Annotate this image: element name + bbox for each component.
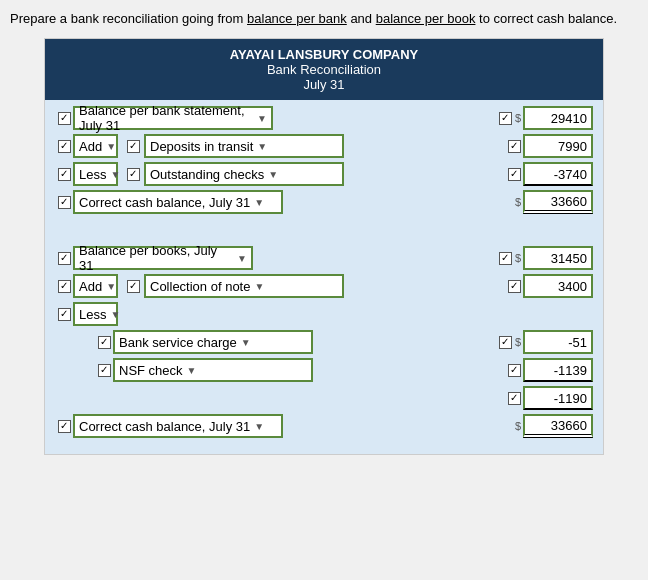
book-correct-value: 33660 bbox=[523, 414, 593, 438]
deposits-dropdown[interactable]: Deposits in transit ▼ bbox=[144, 134, 344, 158]
collection-row: Add ▼ Collection of note ▼ 3400 bbox=[55, 274, 593, 298]
outstanding-dropdown[interactable]: Outstanding checks ▼ bbox=[144, 162, 344, 186]
bank-balance-value-checkbox[interactable] bbox=[499, 112, 512, 125]
book-balance-dropdown[interactable]: Balance per books, July 31 ▼ bbox=[73, 246, 253, 270]
chevron-down-icon: ▼ bbox=[106, 281, 116, 292]
nsf-dropdown[interactable]: NSF check ▼ bbox=[113, 358, 313, 382]
nsf-row: NSF check ▼ -1139 bbox=[95, 358, 593, 382]
less-book-row: Less ▼ bbox=[55, 302, 593, 326]
deposits-value: 7990 bbox=[523, 134, 593, 158]
bank-balance-row: Balance per bank statement, July 31 ▼ $ … bbox=[55, 106, 593, 130]
collection-checkbox1[interactable] bbox=[58, 280, 71, 293]
bank-charge-value: -51 bbox=[523, 330, 593, 354]
recon-header: AYAYAI LANSBURY COMPANY Bank Reconciliat… bbox=[45, 39, 603, 100]
bank-correct-checkbox[interactable] bbox=[58, 196, 71, 209]
book-balance-checkbox[interactable] bbox=[58, 252, 71, 265]
outstanding-row: Less ▼ Outstanding checks ▼ -3740 bbox=[55, 162, 593, 186]
nsf-value-checkbox[interactable] bbox=[508, 364, 521, 377]
bank-balance-dropdown[interactable]: Balance per bank statement, July 31 ▼ bbox=[73, 106, 273, 130]
subtotal-row: -1190 bbox=[55, 386, 593, 410]
collection-value-checkbox[interactable] bbox=[508, 280, 521, 293]
chevron-down-icon: ▼ bbox=[110, 309, 120, 320]
book-correct-dropdown[interactable]: Correct cash balance, July 31 ▼ bbox=[73, 414, 283, 438]
book-balance-value-checkbox1[interactable] bbox=[499, 252, 512, 265]
deposits-row: Add ▼ Deposits in transit ▼ 7990 bbox=[55, 134, 593, 158]
chevron-down-icon: ▼ bbox=[268, 169, 278, 180]
nsf-checkbox1[interactable] bbox=[98, 364, 111, 377]
company-name: AYAYAI LANSBURY COMPANY bbox=[49, 47, 599, 62]
bank-balance-checkbox[interactable] bbox=[58, 112, 71, 125]
collection-checkbox2[interactable] bbox=[127, 280, 140, 293]
book-less-dropdown[interactable]: Less ▼ bbox=[73, 302, 118, 326]
chevron-down-icon: ▼ bbox=[254, 281, 264, 292]
outstanding-checkbox2[interactable] bbox=[127, 168, 140, 181]
outstanding-value: -3740 bbox=[523, 162, 593, 186]
collection-value: 3400 bbox=[523, 274, 593, 298]
chevron-down-icon: ▼ bbox=[187, 365, 197, 376]
deposits-checkbox1[interactable] bbox=[58, 140, 71, 153]
bank-correct-row: Correct cash balance, July 31 ▼ $ 33660 bbox=[55, 190, 593, 214]
book-correct-row: Correct cash balance, July 31 ▼ $ 33660 bbox=[55, 414, 593, 438]
chevron-down-icon: ▼ bbox=[110, 169, 120, 180]
intro-text: Prepare a bank reconciliation going from… bbox=[10, 10, 638, 28]
add-dropdown[interactable]: Add ▼ bbox=[73, 134, 118, 158]
chevron-down-icon: ▼ bbox=[254, 197, 264, 208]
bank-charge-checkbox1[interactable] bbox=[98, 336, 111, 349]
recon-date: July 31 bbox=[49, 77, 599, 92]
book-balance-row: Balance per books, July 31 ▼ $ 31450 bbox=[55, 246, 593, 270]
deposits-value-checkbox[interactable] bbox=[508, 140, 521, 153]
chevron-down-icon: ▼ bbox=[237, 253, 247, 264]
bank-charge-value-checkbox[interactable] bbox=[499, 336, 512, 349]
deposits-checkbox2[interactable] bbox=[127, 140, 140, 153]
chevron-down-icon: ▼ bbox=[106, 141, 116, 152]
chevron-down-icon: ▼ bbox=[257, 113, 267, 124]
bank-charge-row: Bank service charge ▼ $ -51 bbox=[95, 330, 593, 354]
bank-balance-value: 29410 bbox=[523, 106, 593, 130]
bank-correct-dropdown[interactable]: Correct cash balance, July 31 ▼ bbox=[73, 190, 283, 214]
less-book-checkbox[interactable] bbox=[58, 308, 71, 321]
collection-dropdown[interactable]: Collection of note ▼ bbox=[144, 274, 344, 298]
book-balance-value: 31450 bbox=[523, 246, 593, 270]
reconciliation-container: AYAYAI LANSBURY COMPANY Bank Reconciliat… bbox=[44, 38, 604, 455]
bank-charge-dropdown[interactable]: Bank service charge ▼ bbox=[113, 330, 313, 354]
chevron-down-icon: ▼ bbox=[254, 421, 264, 432]
subtotal-checkbox[interactable] bbox=[508, 392, 521, 405]
bank-correct-value: 33660 bbox=[523, 190, 593, 214]
subtotal-value: -1190 bbox=[523, 386, 593, 410]
recon-title: Bank Reconciliation bbox=[49, 62, 599, 77]
book-correct-checkbox[interactable] bbox=[58, 420, 71, 433]
recon-body: Balance per bank statement, July 31 ▼ $ … bbox=[45, 100, 603, 454]
book-add-dropdown[interactable]: Add ▼ bbox=[73, 274, 118, 298]
nsf-value: -1139 bbox=[523, 358, 593, 382]
chevron-down-icon: ▼ bbox=[241, 337, 251, 348]
less-dropdown[interactable]: Less ▼ bbox=[73, 162, 118, 186]
outstanding-checkbox1[interactable] bbox=[58, 168, 71, 181]
outstanding-value-checkbox[interactable] bbox=[508, 168, 521, 181]
chevron-down-icon: ▼ bbox=[257, 141, 267, 152]
